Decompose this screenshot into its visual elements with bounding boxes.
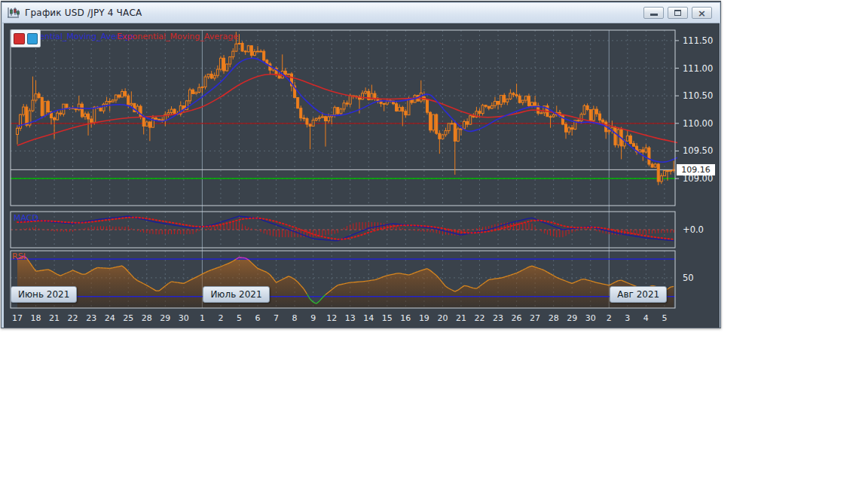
time-axis-label: 2 [607,313,612,323]
time-axis-label: 5 [662,313,667,323]
gridlines [11,30,675,308]
time-axis-label: 30 [585,313,596,323]
time-axis-label: 13 [345,313,356,323]
indicator-toolbox [11,29,41,47]
panel-borders [11,30,679,308]
close-button[interactable]: × [692,7,712,19]
title-bar[interactable]: График USD /JPY 4 ЧАСА × [2,3,720,23]
time-axis-label: 15 [382,313,393,323]
month-label-june: Июнь 2021 [11,286,77,303]
chart-client-area: Exponential_Moving_Average Exponential_M… [4,23,720,328]
time-axis-label: 26 [512,313,522,323]
time-axis-label: 22 [68,313,78,323]
time-axis-label: 14 [363,313,374,323]
restore-icon [674,10,681,16]
indicator-button-blue[interactable] [27,33,38,44]
close-icon: × [698,8,706,18]
time-axis-label: 28 [549,313,559,323]
restore-button[interactable] [668,7,688,19]
time-axis-label: 2 [218,313,223,323]
time-axis-label: 18 [31,313,41,323]
indicator-button-red[interactable] [14,33,25,44]
time-axis-label: 6 [255,313,261,323]
moving-averages-layer [17,58,677,162]
time-axis-label: 16 [400,313,411,323]
time-axis-label: 12 [326,313,337,323]
rsi-layer [11,256,675,308]
chart-window: График USD /JPY 4 ЧАСА × Exponential_Mov… [1,1,721,328]
time-axis-label: 23 [493,313,503,323]
time-axis-label: 22 [475,313,485,323]
current-price-badge: 109.16 [677,164,715,175]
time-axis-label: 8 [292,313,298,323]
time-axis-label: 24 [105,313,115,323]
time-axis-label: 17 [12,313,23,323]
time-axis-label: 9 [310,313,316,323]
time-axis-label: 28 [142,313,152,323]
time-axis-label: 29 [160,313,170,323]
candlesticks-layer [17,32,675,185]
month-label-august: Авг 2021 [610,286,667,303]
time-axis-label: 19 [419,313,429,323]
minimize-icon [650,14,658,16]
macd-layer [17,216,674,241]
time-axis-label: 21 [456,313,466,323]
time-axis-label: 25 [123,313,133,323]
time-axis-label: 4 [643,313,649,323]
time-axis-label: 3 [625,313,630,323]
time-axis-label: 27 [530,313,540,323]
minimize-button[interactable] [643,7,664,19]
time-axis-label: 21 [49,313,60,323]
time-axis-label: 29 [567,313,577,323]
time-axis-label: 20 [437,313,448,323]
time-axis-label: 7 [274,313,279,323]
candlestick-chart-icon [7,7,20,19]
time-axis-label: 5 [237,313,242,323]
window-controls: × [643,7,712,19]
time-axis-label: 30 [179,313,189,323]
time-axis-label: 1 [200,313,205,323]
month-label-july: Июль 2021 [203,286,269,303]
chart-canvas[interactable] [4,23,720,328]
window-title: График USD /JPY 4 ЧАСА [25,8,142,18]
time-axis-label: 23 [86,313,96,323]
